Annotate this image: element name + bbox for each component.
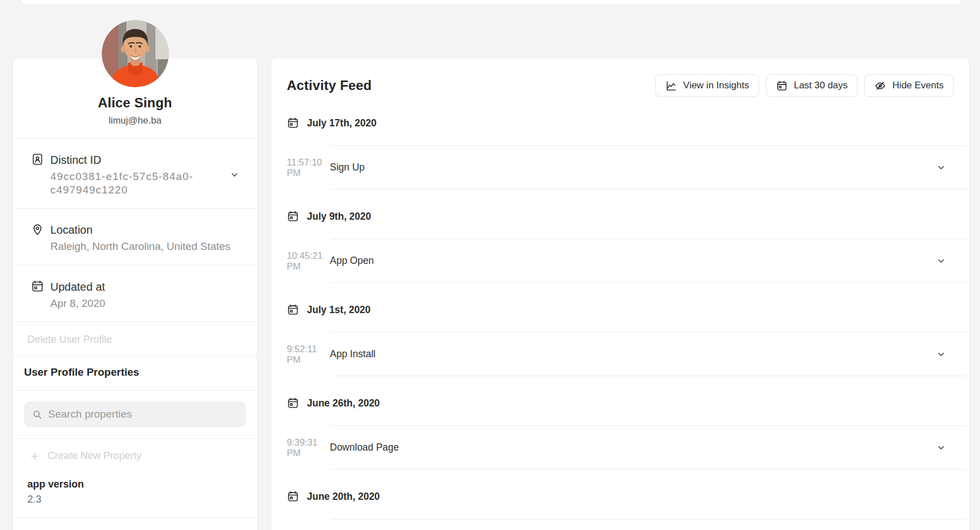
divider xyxy=(13,518,257,518)
avatar-illustration xyxy=(102,20,169,87)
feed-group: June 26th, 2020 9:39:31 PM Download Page xyxy=(287,397,954,470)
feed-group: July 17th, 2020 11:57:10 PM Sign Up xyxy=(287,117,954,190)
last-30-days-label: Last 30 days xyxy=(794,80,848,91)
activity-feed-header: Activity Feed View in Insights xyxy=(287,58,954,97)
feed-group: July 1st, 2020 9:52:11 PM App Install xyxy=(287,304,954,376)
divider xyxy=(331,519,967,519)
chevron-down-icon[interactable] xyxy=(936,163,946,172)
feed-group: July 9th, 2020 10:45:21 PM App Open xyxy=(287,210,954,283)
last-30-days-button[interactable]: Last 30 days xyxy=(766,74,858,97)
calendar-icon xyxy=(776,80,788,92)
profile-card: Alice Singh limuj@he.ba Distinct ID 49cc… xyxy=(13,58,257,359)
feed-date-header: July 1st, 2020 xyxy=(287,304,954,316)
divider xyxy=(13,390,257,391)
divider xyxy=(331,282,967,283)
feed-date-header: June 26th, 2020 xyxy=(287,397,954,409)
view-in-insights-button[interactable]: View in Insights xyxy=(655,74,759,97)
event-row[interactable]: 9:52:11 PM App Install xyxy=(287,333,954,376)
hide-events-label: Hide Events xyxy=(892,80,944,91)
top-nav-edge xyxy=(20,0,962,4)
feed-actions: View in Insights Last 30 days xyxy=(655,74,954,97)
event-time: 10:45:21 PM xyxy=(287,250,330,272)
calendar-icon xyxy=(287,490,299,503)
feed-date-header: July 17th, 2020 xyxy=(287,117,954,129)
chevron-down-icon[interactable] xyxy=(936,256,946,266)
hide-events-button[interactable]: Hide Events xyxy=(864,74,954,97)
delete-user-profile-button[interactable]: Delete User Profile xyxy=(13,322,257,359)
field-value-updated-at: Apr 8, 2020 xyxy=(50,297,244,310)
property-value: 2.3 xyxy=(27,494,246,505)
chevron-down-icon[interactable] xyxy=(936,349,946,359)
view-in-insights-label: View in Insights xyxy=(683,80,749,91)
feed-date-header: July 9th, 2020 xyxy=(287,210,954,223)
activity-feed-title: Activity Feed xyxy=(287,78,372,93)
field-value-location: Raleigh, North Carolina, United States xyxy=(50,240,244,253)
calendar-icon xyxy=(31,280,44,293)
feed-date-label: June 26th, 2020 xyxy=(307,397,380,409)
feed-date-label: July 9th, 2020 xyxy=(307,211,371,223)
field-row-distinct-id: Distinct ID 49cc0381-e1fc-57c5-84a0-c497… xyxy=(13,139,257,208)
event-name: App Install xyxy=(330,348,936,360)
properties-search[interactable] xyxy=(24,401,246,427)
field-label: Distinct ID xyxy=(50,153,230,167)
feed-date-label: July 1st, 2020 xyxy=(307,304,371,316)
properties-title: User Profile Properties xyxy=(13,356,257,390)
activity-feed-card: Activity Feed View in Insights xyxy=(271,58,969,530)
chevron-down-icon[interactable] xyxy=(230,170,239,179)
user-profile-page: Alice Singh limuj@he.ba Distinct ID 49cc… xyxy=(0,0,980,530)
property-name: app version xyxy=(27,479,246,490)
feed-group: June 20th, 2020 xyxy=(287,490,954,519)
feed-date-header: June 20th, 2020 xyxy=(287,490,954,503)
create-new-property-button[interactable]: Create New Property xyxy=(13,439,257,462)
field-label: Updated at xyxy=(50,280,244,294)
user-profile-properties-card: User Profile Properties Create New Prope… xyxy=(13,356,257,530)
plus-icon xyxy=(30,451,40,461)
profile-email: limuj@he.ba xyxy=(24,115,246,126)
event-time: 9:39:31 PM xyxy=(287,437,330,458)
create-new-property-label: Create New Property xyxy=(48,450,141,462)
field-row-location: Location Raleigh, North Carolina, United… xyxy=(13,209,257,265)
calendar-icon xyxy=(287,210,299,223)
property-item: app version 2.3 xyxy=(13,479,257,505)
calendar-icon xyxy=(287,304,299,316)
eye-off-icon xyxy=(874,80,886,92)
avatar xyxy=(102,20,169,87)
feed-date-label: July 17th, 2020 xyxy=(307,117,377,129)
search-properties-input[interactable] xyxy=(48,408,238,420)
event-time: 11:57:10 PM xyxy=(287,157,330,178)
event-name: Download Page xyxy=(330,442,936,453)
event-row[interactable]: 11:57:10 PM Sign Up xyxy=(287,146,954,189)
id-card-icon xyxy=(31,153,44,166)
event-row[interactable]: 9:39:31 PM Download Page xyxy=(287,426,954,469)
search-icon xyxy=(32,409,42,420)
event-row[interactable]: 10:45:21 PM App Open xyxy=(287,239,954,282)
divider xyxy=(331,189,967,190)
event-name: Sign Up xyxy=(330,162,936,173)
field-value-distinct-id: 49cc0381-e1fc-57c5-84a0-c497949c1220 xyxy=(50,170,219,196)
profile-name: Alice Singh xyxy=(24,95,246,111)
chevron-down-icon[interactable] xyxy=(936,443,946,452)
event-time: 9:52:11 PM xyxy=(287,344,330,365)
calendar-icon xyxy=(287,117,299,129)
field-label: Location xyxy=(50,223,244,236)
divider xyxy=(331,376,967,376)
feed-date-label: June 20th, 2020 xyxy=(307,491,380,503)
location-pin-icon xyxy=(31,223,44,236)
divider xyxy=(331,469,967,470)
field-row-updated-at: Updated at Apr 8, 2020 xyxy=(13,266,257,322)
line-chart-icon xyxy=(665,80,677,92)
calendar-icon xyxy=(287,397,299,409)
event-name: App Open xyxy=(330,255,936,267)
activity-feed-body: July 17th, 2020 11:57:10 PM Sign Up xyxy=(287,117,954,519)
